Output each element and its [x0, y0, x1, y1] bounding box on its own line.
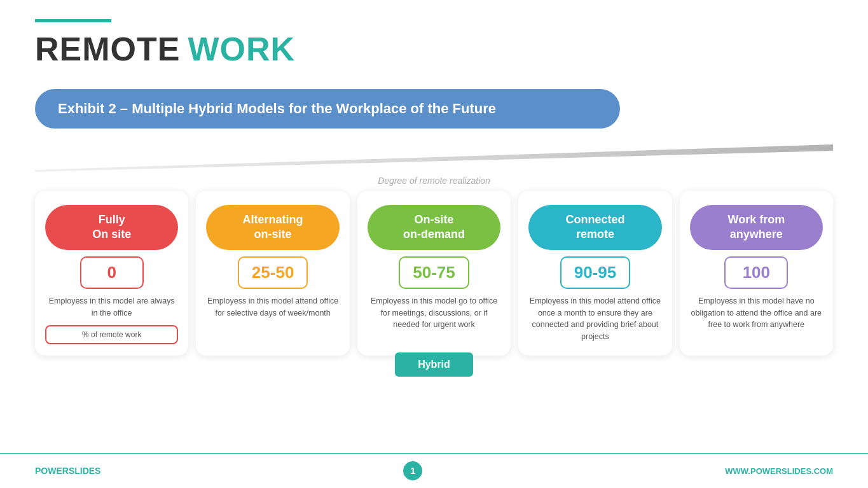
card-badge-fully-onsite: FullyOn site — [45, 205, 178, 250]
header: REMOTE WORK — [0, 0, 868, 78]
card-number-fully-onsite: 0 — [80, 256, 144, 289]
accent-bar — [35, 19, 111, 22]
card-number-connected: 90-95 — [560, 256, 631, 289]
card-badge-onsite-demand: On-siteon-demand — [368, 205, 500, 250]
slope-container: Degree of remote realization — [35, 141, 833, 186]
slope-arrow — [35, 141, 833, 173]
exhibit-banner: Exhibit 2 – Multiple Hybrid Models for t… — [35, 89, 620, 129]
card-number-anywhere: 100 — [724, 256, 788, 289]
card-connected-remote: Connectedremote 90-95 Employess in this … — [518, 191, 672, 356]
hybrid-badge: Hybrid — [395, 352, 473, 377]
card-alternating-onsite: Alternatingon-site 25-50 Employess in th… — [196, 191, 349, 356]
title-work: WORK — [188, 30, 295, 68]
card-fully-onsite: FullyOn site 0 Employess in this model a… — [35, 191, 188, 356]
card-desc-connected: Employess in this model attend office on… — [528, 295, 661, 345]
brand-slides: SLIDES — [69, 466, 101, 476]
card-desc-alternating: Employess in this model attend office fo… — [206, 295, 339, 345]
card-desc-onsite-demand: Employess in this model go to office for… — [368, 295, 500, 345]
card-onsite-on-demand: On-siteon-demand 50-75 Employess in this… — [357, 191, 511, 356]
brand-power: POWER — [35, 466, 69, 476]
brand-label: POWERSLIDES — [35, 466, 100, 476]
degree-label: Degree of remote realization — [378, 176, 490, 186]
card-desc-anywhere: Employess in this model have no obligati… — [690, 295, 823, 345]
exhibit-label: Exhibit 2 – Multiple Hybrid Models for t… — [58, 101, 496, 116]
card-badge-alternating: Alternatingon-site — [206, 205, 339, 250]
hybrid-container: Hybrid — [35, 356, 833, 377]
footer: POWERSLIDES 1 WWW.POWERSLIDES.COM — [0, 453, 868, 488]
card-work-anywhere: Work fromanywhere 100 Employess in this … — [680, 191, 833, 356]
page-number: 1 — [403, 461, 422, 480]
title-remote: REMOTE — [35, 30, 180, 68]
cards-row: FullyOn site 0 Employess in this model a… — [35, 191, 833, 356]
card-desc-fully-onsite: Employess in this model are always in th… — [45, 295, 178, 319]
card-badge-anywhere: Work fromanywhere — [690, 205, 823, 250]
percent-label: % of remote work — [45, 325, 178, 344]
website-label: WWW.POWERSLIDES.COM — [725, 466, 833, 476]
page: REMOTE WORK Exhibit 2 – Multiple Hybrid … — [0, 0, 868, 488]
title-row: REMOTE WORK — [35, 30, 833, 68]
card-badge-connected: Connectedremote — [528, 205, 661, 250]
card-number-onsite-demand: 50-75 — [399, 256, 469, 289]
svg-marker-0 — [35, 144, 833, 172]
card-number-alternating: 25-50 — [238, 256, 308, 289]
